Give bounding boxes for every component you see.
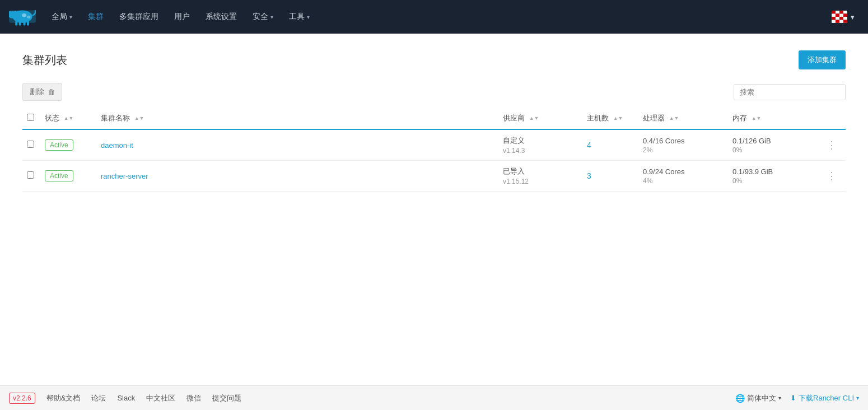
col-header-hosts: 主机数 ▲▼ xyxy=(582,108,638,129)
svg-rect-26 xyxy=(843,20,847,24)
nav-item-users[interactable]: 用户 xyxy=(167,8,197,25)
row-checkbox-cell-0 xyxy=(22,129,40,161)
vendor-version-0: v1.14.3 xyxy=(503,147,578,155)
cpu-sub-0: 2% xyxy=(643,146,724,154)
chevron-down-icon: ▾ xyxy=(270,14,273,20)
navbar: 全局 ▾ 集群 多集群应用 用户 系统设置 安全 ▾ 工具 ▾ xyxy=(0,0,868,34)
nav-right: ▾ xyxy=(827,8,859,25)
row-name-1: rancher-server xyxy=(96,161,498,192)
sort-arrows-memory[interactable]: ▲▼ xyxy=(752,116,762,121)
chevron-down-icon: ▾ xyxy=(307,14,310,20)
nav-item-settings[interactable]: 系统设置 xyxy=(199,8,244,25)
vendor-name-1: 已导入 xyxy=(503,166,578,176)
footer: v2.2.6 帮助&文档 论坛 Slack 中文社区 微信 提交问题 🌐 简体中… xyxy=(0,385,868,410)
row-action-menu-1[interactable]: ⋮ xyxy=(822,167,841,184)
chevron-down-icon: ▾ xyxy=(856,395,859,401)
table-row: Active daemon-it 自定义 v1.14.3 4 0.4/16 Co… xyxy=(22,129,846,161)
svg-rect-18 xyxy=(843,14,847,17)
svg-rect-15 xyxy=(832,14,836,17)
vendor-name-0: 自定义 xyxy=(503,136,578,146)
cpu-sub-1: 4% xyxy=(643,177,724,185)
table-toolbar: 删除 🗑 xyxy=(22,83,846,101)
nav-menu: 全局 ▾ 集群 多集群应用 用户 系统设置 安全 ▾ 工具 ▾ xyxy=(45,8,827,25)
table-row: Active rancher-server 已导入 v1.15.12 3 0.9… xyxy=(22,161,846,192)
svg-rect-12 xyxy=(836,11,839,14)
nav-item-global[interactable]: 全局 ▾ xyxy=(45,8,79,25)
row-action-menu-0[interactable]: ⋮ xyxy=(822,137,841,153)
svg-rect-24 xyxy=(836,20,839,24)
row-cpu-1: 0.9/24 Cores 4% xyxy=(638,161,728,192)
row-checkbox-cell-1 xyxy=(22,161,40,192)
cluster-name-link-1[interactable]: rancher-server xyxy=(101,172,148,180)
svg-rect-14 xyxy=(843,11,847,14)
globe-icon: 🌐 xyxy=(735,394,745,403)
logo[interactable] xyxy=(9,7,36,27)
svg-rect-11 xyxy=(832,11,836,14)
cpu-main-1: 0.9/24 Cores xyxy=(643,167,724,176)
status-badge-1: Active xyxy=(45,170,73,181)
main-content: 集群列表 添加集群 删除 🗑 状态 ▲▼ 集群名称 ▲▼ xyxy=(0,34,868,385)
footer-link-wechat[interactable]: 微信 xyxy=(186,393,201,403)
vendor-version-1: v1.15.12 xyxy=(503,178,578,185)
svg-rect-25 xyxy=(839,20,843,24)
row-memory-0: 0.1/126 GiB 0% xyxy=(728,129,818,161)
cluster-name-link-0[interactable]: daemon-it xyxy=(101,141,133,150)
sort-arrows-cpu[interactable]: ▲▼ xyxy=(669,116,679,121)
row-status-0: Active xyxy=(40,129,96,161)
page-title: 集群列表 xyxy=(22,53,67,68)
footer-link-forum[interactable]: 论坛 xyxy=(91,393,106,403)
col-header-actions xyxy=(818,108,846,129)
cluster-table: 状态 ▲▼ 集群名称 ▲▼ 供应商 ▲▼ 主机数 ▲▼ 处理器 ▲▼ xyxy=(22,108,846,192)
col-header-vendor: 供应商 ▲▼ xyxy=(498,108,582,129)
select-all-header xyxy=(22,108,40,129)
sort-arrows-name[interactable]: ▲▼ xyxy=(134,116,144,121)
col-header-cpu: 处理器 ▲▼ xyxy=(638,108,728,129)
sort-arrows-vendor[interactable]: ▲▼ xyxy=(529,116,539,121)
table-header-row: 状态 ▲▼ 集群名称 ▲▼ 供应商 ▲▼ 主机数 ▲▼ 处理器 ▲▼ xyxy=(22,108,846,129)
add-cluster-button[interactable]: 添加集群 xyxy=(799,50,846,69)
select-all-checkbox[interactable] xyxy=(27,114,34,121)
nav-item-multicluster[interactable]: 多集群应用 xyxy=(113,8,165,25)
language-selector[interactable]: 🌐 简体中文 ▾ xyxy=(735,393,781,403)
svg-rect-13 xyxy=(839,11,843,14)
svg-rect-17 xyxy=(839,14,843,17)
host-count-1: 3 xyxy=(587,171,591,180)
nav-item-tools[interactable]: 工具 ▾ xyxy=(282,8,316,25)
svg-rect-8 xyxy=(27,21,29,26)
delete-button[interactable]: 删除 🗑 xyxy=(22,83,62,101)
row-checkbox-0[interactable] xyxy=(27,141,34,148)
svg-rect-21 xyxy=(839,17,843,20)
search-input[interactable] xyxy=(734,84,846,100)
page-header: 集群列表 添加集群 xyxy=(22,50,846,69)
mem-main-1: 0.1/93.9 GiB xyxy=(732,167,813,176)
footer-link-community[interactable]: 中文社区 xyxy=(146,393,175,403)
footer-link-issues[interactable]: 提交问题 xyxy=(212,393,241,403)
svg-rect-22 xyxy=(843,17,847,20)
row-actions-0: ⋮ xyxy=(818,129,846,161)
flag-icon xyxy=(832,11,847,23)
svg-point-9 xyxy=(22,13,26,17)
footer-link-slack[interactable]: Slack xyxy=(117,394,135,402)
row-checkbox-1[interactable] xyxy=(27,171,34,179)
download-cli-button[interactable]: ⬇ 下载Rancher CLI ▾ xyxy=(790,393,859,403)
svg-rect-7 xyxy=(24,21,26,25)
footer-link-help[interactable]: 帮助&文档 xyxy=(46,393,81,403)
row-cpu-0: 0.4/16 Cores 2% xyxy=(638,129,728,161)
row-hosts-1: 3 xyxy=(582,161,638,192)
row-vendor-0: 自定义 v1.14.3 xyxy=(498,129,582,161)
row-status-1: Active xyxy=(40,161,96,192)
nav-item-cluster[interactable]: 集群 xyxy=(81,8,110,25)
host-count-0: 4 xyxy=(587,141,591,150)
cpu-main-0: 0.4/16 Cores xyxy=(643,137,724,145)
nav-item-security[interactable]: 安全 ▾ xyxy=(246,8,280,25)
svg-rect-23 xyxy=(832,20,836,24)
row-vendor-1: 已导入 v1.15.12 xyxy=(498,161,582,192)
row-hosts-0: 4 xyxy=(582,129,638,161)
svg-rect-16 xyxy=(836,14,839,17)
sort-arrows-status[interactable]: ▲▼ xyxy=(64,116,74,121)
col-header-memory: 内存 ▲▼ xyxy=(728,108,818,129)
sort-arrows-hosts[interactable]: ▲▼ xyxy=(613,116,623,121)
user-menu-button[interactable]: ▾ xyxy=(827,8,859,25)
col-header-name: 集群名称 ▲▼ xyxy=(96,108,498,129)
version-badge[interactable]: v2.2.6 xyxy=(9,393,35,404)
